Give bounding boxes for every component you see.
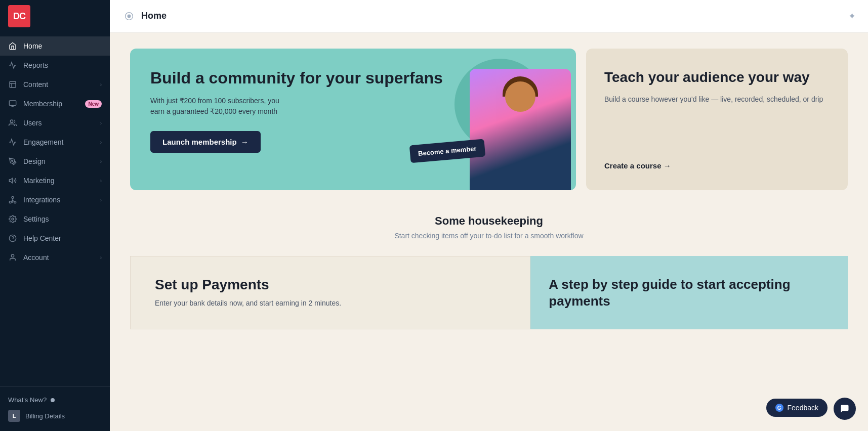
sidebar-item-membership[interactable]: Membership New xyxy=(0,94,110,113)
page-title: Home xyxy=(141,11,167,21)
google-icon: G xyxy=(775,404,783,412)
header-left: Home xyxy=(122,9,167,23)
header: Home ✦ xyxy=(110,0,868,32)
billing-item[interactable]: L Billing Details xyxy=(8,407,102,425)
payment-card: Set up Payments Enter your bank details … xyxy=(130,256,530,329)
chevron-right-icon: › xyxy=(100,140,102,145)
sidebar-item-label: Settings xyxy=(23,215,102,223)
sidebar-item-users[interactable]: Users › xyxy=(0,113,110,133)
membership-description: With just ₹200 from 100 subscribers, you… xyxy=(150,96,292,117)
integrations-icon xyxy=(8,195,17,204)
sidebar: DC Home Reports Content › xyxy=(0,0,110,431)
header-home-icon xyxy=(122,9,136,23)
billing-label: Billing Details xyxy=(25,412,65,420)
sidebar-item-marketing[interactable]: Marketing › xyxy=(0,171,110,190)
logo-icon: DC xyxy=(8,5,30,27)
svg-point-15 xyxy=(12,218,14,220)
chevron-right-icon: › xyxy=(100,120,102,126)
guide-heading: A step by step guide to start accepting … xyxy=(549,276,830,309)
main-area: Home ✦ Build a community for your superf… xyxy=(110,0,868,431)
sidebar-item-engagement[interactable]: Engagement › xyxy=(0,133,110,152)
chat-button[interactable] xyxy=(834,398,856,420)
users-icon xyxy=(8,118,17,127)
marketing-icon xyxy=(8,176,17,185)
sidebar-item-label: Design xyxy=(23,157,94,165)
course-description: Build a course however you'd like — live… xyxy=(604,94,830,105)
sidebar-item-label: Users xyxy=(23,119,94,127)
reports-icon xyxy=(8,61,17,70)
sparkle-icon[interactable]: ✦ xyxy=(848,11,856,22)
guide-card: A step by step guide to start accepting … xyxy=(530,256,848,329)
svg-marker-8 xyxy=(9,178,12,183)
sidebar-item-account[interactable]: Account › xyxy=(0,248,110,267)
chevron-right-icon: › xyxy=(100,82,102,88)
payment-heading: Set up Payments xyxy=(155,277,506,293)
svg-point-18 xyxy=(11,254,14,257)
housekeeping-section: Some housekeeping Start checking items o… xyxy=(130,214,848,240)
whats-new-item[interactable]: What's New? xyxy=(8,393,102,407)
svg-point-6 xyxy=(10,120,13,122)
cards-row: Set up Payments Enter your bank details … xyxy=(130,256,848,329)
sidebar-bottom: What's New? L Billing Details xyxy=(0,386,110,431)
course-heading: Teach your audience your way xyxy=(604,69,830,86)
create-course-link[interactable]: Create a course → xyxy=(604,161,830,170)
feedback-label: Feedback xyxy=(788,404,818,412)
sidebar-item-reports[interactable]: Reports xyxy=(0,56,110,75)
payment-description: Enter your bank details now, and start e… xyxy=(155,299,506,307)
feedback-button[interactable]: G Feedback xyxy=(766,399,828,417)
course-banner-content: Teach your audience your way Build a cou… xyxy=(604,69,830,105)
sidebar-item-design[interactable]: Design › xyxy=(0,152,110,171)
chevron-right-icon: › xyxy=(100,159,102,164)
sidebar-item-label: Home xyxy=(23,42,102,50)
membership-banner: Build a community for your superfans Wit… xyxy=(130,49,576,190)
person-head xyxy=(503,76,538,112)
chevron-right-icon: › xyxy=(100,197,102,203)
design-icon xyxy=(8,157,17,166)
home-icon xyxy=(8,41,17,51)
engagement-icon xyxy=(8,138,17,147)
new-badge: New xyxy=(85,100,102,108)
housekeeping-heading: Some housekeeping xyxy=(130,214,848,228)
chat-icon xyxy=(840,404,850,414)
sidebar-logo[interactable]: DC xyxy=(0,0,110,32)
sidebar-item-settings[interactable]: Settings xyxy=(0,209,110,229)
banner-row: Build a community for your superfans Wit… xyxy=(130,49,848,190)
content-icon xyxy=(8,80,17,89)
sidebar-item-label: Marketing xyxy=(23,177,94,185)
sidebar-item-help[interactable]: Help Center xyxy=(0,229,110,248)
sidebar-item-label: Reports xyxy=(23,61,102,69)
arrow-right-icon: → xyxy=(241,138,249,146)
housekeeping-description: Start checking items off your to-do list… xyxy=(130,232,848,240)
chevron-right-icon: › xyxy=(100,255,102,261)
sidebar-item-content[interactable]: Content › xyxy=(0,75,110,94)
course-banner: Teach your audience your way Build a cou… xyxy=(586,49,848,190)
whats-new-dot xyxy=(51,398,55,402)
sidebar-item-label: Content xyxy=(23,80,94,89)
content-area: Build a community for your superfans Wit… xyxy=(110,32,868,431)
svg-point-7 xyxy=(12,160,13,162)
sidebar-item-label: Membership xyxy=(23,100,79,108)
sidebar-item-home[interactable]: Home xyxy=(0,36,110,56)
svg-rect-0 xyxy=(10,81,16,88)
face xyxy=(505,81,535,112)
billing-avatar: L xyxy=(8,410,20,422)
settings-icon xyxy=(8,214,17,224)
sidebar-navigation: Home Reports Content › Membership New xyxy=(0,32,110,386)
help-icon xyxy=(8,234,17,243)
account-icon xyxy=(8,253,17,262)
membership-icon xyxy=(8,99,17,108)
svg-point-9 xyxy=(12,196,14,198)
chevron-right-icon: › xyxy=(100,178,102,184)
sidebar-item-label: Help Center xyxy=(23,234,102,242)
svg-rect-3 xyxy=(9,101,16,105)
sidebar-item-label: Engagement xyxy=(23,138,94,146)
sidebar-item-integrations[interactable]: Integrations › xyxy=(0,190,110,209)
launch-membership-button[interactable]: Launch membership → xyxy=(150,131,261,153)
sidebar-item-label: Integrations xyxy=(23,196,94,204)
sidebar-item-label: Account xyxy=(23,253,94,262)
svg-point-20 xyxy=(128,15,131,18)
whats-new-label: What's New? xyxy=(8,396,47,404)
person-illustration xyxy=(470,69,571,190)
